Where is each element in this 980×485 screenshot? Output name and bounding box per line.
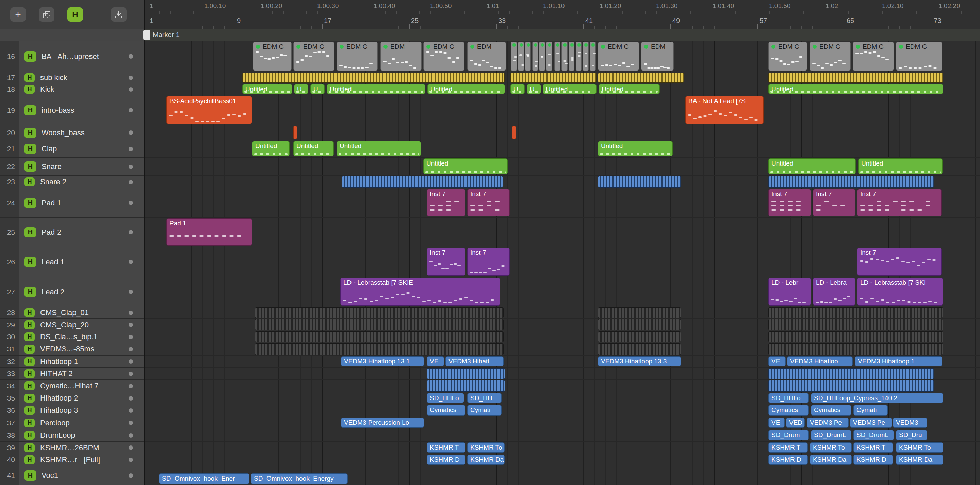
hide-toggle-button[interactable]: H xyxy=(24,471,36,480)
track-header[interactable]: 32HHihatloop 1 xyxy=(0,356,144,368)
audio-region-blue[interactable]: KSHMR To xyxy=(810,442,852,453)
track-header[interactable]: 18HKick xyxy=(0,83,144,96)
audio-region-blue[interactable]: SD_DrumL xyxy=(811,430,851,440)
midi-region-purple[interactable]: Pad 1 xyxy=(166,218,252,246)
record-dot[interactable] xyxy=(129,289,133,294)
record-dot[interactable] xyxy=(129,433,133,438)
audio-region-blue[interactable]: VED xyxy=(786,418,805,428)
hide-toggle-button[interactable]: H xyxy=(24,381,35,390)
midi-region[interactable]: EDM G xyxy=(337,41,378,71)
drum-region-blue[interactable] xyxy=(342,176,503,188)
midi-region-orange[interactable]: BA - Not A Lead [7S xyxy=(685,96,764,124)
midi-region-purple[interactable]: Inst 7 xyxy=(768,189,811,216)
track-header[interactable]: 39HKSHMR…26BPM xyxy=(0,442,144,454)
audio-region-blue[interactable]: Cymati xyxy=(467,405,501,415)
track-header[interactable]: 26HLead 1 xyxy=(0,247,144,277)
drum-region-gray[interactable] xyxy=(768,343,943,355)
midi-region[interactable]: EDM xyxy=(380,41,422,71)
hide-toggle-button[interactable]: H xyxy=(24,51,36,62)
hide-toggle-button[interactable]: H xyxy=(24,455,35,464)
midi-region-cluster[interactable] xyxy=(511,41,553,71)
audio-region-blue[interactable]: VEDM3 Hihatloop 13.1 xyxy=(341,356,424,367)
audio-region-blue[interactable]: SD_HHLo xyxy=(768,393,809,403)
midi-region[interactable]: EDM G xyxy=(896,41,942,71)
track-header[interactable]: 20HWoosh_bass xyxy=(0,125,144,140)
drum-region-gray[interactable] xyxy=(598,343,681,355)
record-dot[interactable] xyxy=(129,164,133,169)
audio-region-blue[interactable]: VE xyxy=(427,356,444,367)
audio-region-blue[interactable]: VEDM3 xyxy=(893,418,927,428)
drum-region-yellow[interactable] xyxy=(768,73,943,83)
midi-region[interactable]: EDM xyxy=(641,41,674,71)
track-header[interactable]: 35HHihatloop 2 xyxy=(0,392,144,404)
midi-region-green[interactable]: Untitled xyxy=(337,141,421,156)
drum-region-blue[interactable] xyxy=(427,380,505,392)
drum-region-gray[interactable] xyxy=(768,332,943,342)
hide-toggle-button[interactable]: H xyxy=(24,287,36,297)
midi-region[interactable]: EDM G xyxy=(853,41,894,71)
midi-region-purple[interactable]: Inst 7 xyxy=(467,189,510,216)
audio-region-blue[interactable]: VE xyxy=(768,356,786,367)
record-dot[interactable] xyxy=(129,322,133,327)
record-dot[interactable] xyxy=(129,396,133,400)
audio-region-blue[interactable]: VEDM3 Hihatloop 13.3 xyxy=(598,356,681,367)
midi-region-green[interactable]: Untitled xyxy=(768,158,856,174)
record-dot[interactable] xyxy=(129,359,133,364)
midi-region-green[interactable]: U xyxy=(310,84,325,94)
hide-toggle-button[interactable]: H xyxy=(24,345,35,354)
track-header[interactable]: 25HPad 2 xyxy=(0,218,144,247)
record-dot[interactable] xyxy=(129,372,133,376)
midi-region-purple[interactable]: Inst 7 xyxy=(857,189,942,216)
audio-region-blue[interactable]: KSHMR To xyxy=(467,442,504,453)
drum-region-gray[interactable] xyxy=(768,319,943,330)
record-dot[interactable] xyxy=(129,131,133,135)
midi-region-cluster[interactable] xyxy=(554,41,597,71)
midi-region-green[interactable]: Untitled xyxy=(858,158,943,174)
midi-region-violet[interactable]: LD - Lebrasstab [7 SKI xyxy=(857,278,943,306)
playhead-handle[interactable] xyxy=(143,30,150,40)
track-header[interactable]: 31HVEDM3…-85ms xyxy=(0,343,144,356)
record-dot[interactable] xyxy=(129,347,133,351)
track-header[interactable]: 33HHITHAT 2 xyxy=(0,368,144,380)
marker-track[interactable]: Marker 1 xyxy=(145,29,980,41)
track-header[interactable]: 34HCymatic…Hihat 7 xyxy=(0,380,144,392)
midi-region-violet[interactable]: LD - Lebra xyxy=(813,278,856,306)
track-header[interactable]: 24HPad 1 xyxy=(0,188,144,218)
midi-region[interactable]: EDM G xyxy=(768,41,807,71)
audio-region-blue[interactable]: SD_HHLoop_Cypress_140.2 xyxy=(811,393,943,403)
hide-toggle-button[interactable]: H xyxy=(24,332,35,341)
audio-region-blue[interactable]: VEDM3 Pe xyxy=(807,418,849,428)
audio-region-blue[interactable]: SD_Omnivox_hook_Energy xyxy=(251,474,348,484)
midi-region-green[interactable]: Untitled xyxy=(327,84,425,94)
hide-tracks-button[interactable]: H xyxy=(67,8,83,22)
midi-region-violet[interactable]: LD - Lebr xyxy=(768,278,811,306)
hide-toggle-button[interactable]: H xyxy=(24,394,35,402)
record-dot[interactable] xyxy=(129,260,133,264)
audio-region-blue[interactable]: KSHMR Da xyxy=(467,455,504,464)
midi-region[interactable]: EDM G xyxy=(253,41,292,71)
drum-region-gray[interactable] xyxy=(598,332,681,342)
midi-region[interactable]: EDM G xyxy=(423,41,465,71)
midi-region-green[interactable]: Untitled xyxy=(768,84,943,94)
drum-region-blue[interactable] xyxy=(768,368,934,379)
record-dot[interactable] xyxy=(129,201,133,205)
hide-toggle-button[interactable]: H xyxy=(24,444,35,452)
midi-region-green[interactable]: Untitled xyxy=(427,84,505,94)
bar-ruler[interactable]: 191725334149576573 xyxy=(145,14,980,29)
audio-region-blue[interactable]: SD_HH xyxy=(467,393,501,403)
audio-region-blue[interactable]: SD_Omnivox_hook_Ener xyxy=(159,474,250,484)
rulers[interactable]: 11:00:101:00:201:00:301:00:401:00:501:01… xyxy=(145,0,980,29)
audio-region-blue[interactable]: KSHMR Da xyxy=(810,455,852,464)
record-dot[interactable] xyxy=(129,87,133,92)
hide-toggle-button[interactable]: H xyxy=(24,144,36,154)
drum-region-gray[interactable] xyxy=(255,332,504,342)
record-dot[interactable] xyxy=(129,445,133,450)
drum-region-gray[interactable] xyxy=(598,319,681,330)
audio-region-blue[interactable]: SD_HHLo xyxy=(427,393,464,403)
midi-region-violet[interactable]: Inst 7 xyxy=(857,247,942,276)
hide-toggle-button[interactable]: H xyxy=(24,177,35,186)
hide-toggle-button[interactable]: H xyxy=(24,128,36,138)
audio-region-blue[interactable]: VEDM3 Hihatl xyxy=(445,356,504,367)
hide-toggle-button[interactable]: H xyxy=(24,406,35,415)
time-ruler[interactable]: 11:00:101:00:201:00:301:00:401:00:501:01… xyxy=(145,0,980,14)
